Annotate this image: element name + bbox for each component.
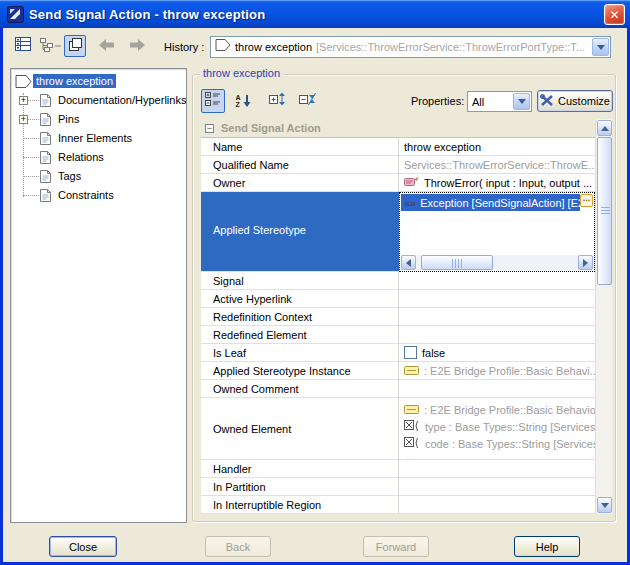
tree-connector-stub bbox=[23, 176, 39, 177]
window-title: Send Signal Action - throw exception bbox=[29, 7, 265, 22]
toolbar-separator bbox=[55, 45, 61, 47]
history-dropdown-arrow[interactable] bbox=[592, 38, 609, 56]
expand-plus-icon[interactable]: + bbox=[19, 115, 28, 124]
property-table: − Send Signal Action Name throw exceptio… bbox=[201, 119, 595, 514]
sort-az-icon: AZ bbox=[235, 94, 250, 108]
scroll-up-button[interactable] bbox=[597, 120, 612, 136]
document-icon bbox=[39, 188, 52, 205]
history-selected-item: throw exception bbox=[235, 41, 312, 53]
tree-item-label: Documentation/Hyperlinks bbox=[55, 93, 187, 107]
stereotype-hscrollbar[interactable] bbox=[401, 255, 593, 270]
expand-plus-icon[interactable]: + bbox=[19, 96, 28, 105]
property-row-owned-element[interactable]: Owned Element : E2E Bridge Profile::Basi… bbox=[201, 398, 595, 460]
owned-element-entry[interactable]: : E2E Bridge Profile::Basic Behaviour bbox=[404, 401, 595, 418]
stereotype-guillemets-icon: «» bbox=[404, 197, 416, 209]
hscrollbar-thumb[interactable] bbox=[421, 255, 493, 270]
history-selected-path: [Services::ThrowErrorService::ThrowError… bbox=[316, 41, 610, 53]
browse-stereotypes-button[interactable]: ... bbox=[580, 194, 593, 207]
collapse-minus-icon[interactable]: − bbox=[205, 124, 214, 133]
tree-item-label: Pins bbox=[55, 112, 82, 126]
tree-item-pins[interactable]: + Pins bbox=[11, 110, 186, 129]
property-row-owned-comment[interactable]: Owned Comment bbox=[201, 380, 595, 398]
property-row-redefined-element[interactable]: Redefined Element bbox=[201, 326, 595, 344]
history-dropdown[interactable]: throw exception [Services::ThrowErrorSer… bbox=[210, 36, 611, 58]
document-icon bbox=[39, 150, 52, 167]
cascade-windows-icon bbox=[68, 37, 83, 56]
send-signal-icon bbox=[215, 38, 231, 56]
property-row-redefinition-context[interactable]: Redefinition Context bbox=[201, 308, 595, 326]
collapse-all-icon bbox=[299, 92, 316, 110]
tree-item-constraints[interactable]: Constraints bbox=[11, 186, 186, 205]
owned-element-entry[interactable]: type : Base Types::String [Services: bbox=[404, 418, 595, 435]
document-icon bbox=[39, 131, 52, 148]
help-button[interactable]: Help bbox=[514, 536, 580, 557]
property-row-handler[interactable]: Handler bbox=[201, 460, 595, 478]
properties-dropdown-arrow[interactable] bbox=[513, 93, 530, 110]
is-leaf-checkbox[interactable] bbox=[404, 346, 417, 359]
property-row-in-interruptible-region[interactable]: In Interruptible Region bbox=[201, 496, 595, 514]
customize-button[interactable]: Customize bbox=[537, 90, 613, 112]
applied-stereotype-editor[interactable]: «» Exception [SendSignalAction] [E2 ... bbox=[399, 192, 595, 272]
tree-view-icon bbox=[39, 37, 55, 56]
chevron-right-icon bbox=[583, 259, 588, 267]
tree-item-label: Tags bbox=[55, 169, 84, 183]
tree-item-relations[interactable]: Relations bbox=[11, 148, 186, 167]
tree-item-throw-exception[interactable]: throw exception bbox=[11, 72, 186, 91]
properties-filter-value: All bbox=[472, 96, 484, 108]
table-vscrollbar[interactable] bbox=[595, 119, 612, 514]
tree-item-label: Inner Elements bbox=[55, 131, 135, 145]
document-icon bbox=[39, 93, 52, 110]
scroll-left-button[interactable] bbox=[401, 255, 416, 270]
owner-value[interactable]: ThrowError( input : Input, output ... bbox=[424, 177, 592, 189]
send-signal-icon bbox=[15, 74, 32, 91]
expand-all-button[interactable] bbox=[265, 89, 289, 113]
owned-element-entry[interactable]: code : Base Types::String [Services: bbox=[404, 436, 595, 453]
tree-item-documentation[interactable]: + Documentation/Hyperlinks bbox=[11, 91, 186, 110]
chevron-up-icon bbox=[601, 126, 609, 131]
property-row-active-hyperlink[interactable]: Active Hyperlink bbox=[201, 290, 595, 308]
properties-filter-label: Properties: bbox=[411, 95, 464, 107]
vscrollbar-thumb[interactable] bbox=[597, 137, 612, 285]
property-row-applied-stereotype[interactable]: Applied Stereotype «» Exception [SendSig… bbox=[201, 192, 595, 272]
forward-button: Forward bbox=[363, 536, 429, 557]
scroll-down-button[interactable] bbox=[597, 497, 612, 513]
property-row-owner[interactable]: Owner ThrowError( input : Input, output … bbox=[201, 174, 595, 192]
more-items-indicator: ... bbox=[406, 453, 415, 459]
sort-alphabetically-button[interactable]: AZ bbox=[231, 89, 255, 113]
properties-view-button[interactable] bbox=[12, 35, 34, 57]
stereotype-instance-value: : E2E Bridge Profile::Basic Behavi... bbox=[424, 365, 595, 377]
dialog-window: Send Signal Action - throw exception ✕ bbox=[0, 0, 630, 565]
document-icon bbox=[39, 169, 52, 186]
tree-item-inner-elements[interactable]: Inner Elements bbox=[11, 129, 186, 148]
operation-icon bbox=[404, 176, 419, 189]
property-row-in-partition[interactable]: In Partition bbox=[201, 478, 595, 496]
properties-filter-dropdown[interactable]: All bbox=[467, 91, 532, 112]
document-icon bbox=[39, 112, 52, 129]
scrollbar-grip bbox=[601, 207, 610, 215]
stereotype-entry-label: Exception [SendSignalAction] [E2 bbox=[420, 197, 580, 209]
tree-item-tags[interactable]: Tags bbox=[11, 167, 186, 186]
standard-mode-button[interactable] bbox=[64, 35, 86, 57]
stereotype-entry-selected[interactable]: «» Exception [SendSignalAction] [E2 bbox=[401, 194, 580, 211]
tree-item-label: Relations bbox=[55, 150, 107, 164]
property-row-applied-stereotype-instance[interactable]: Applied Stereotype Instance : E2E Bridge… bbox=[201, 362, 595, 380]
close-dialog-button[interactable]: Close bbox=[49, 536, 117, 557]
property-row-name[interactable]: Name throw exception bbox=[201, 138, 595, 156]
title-bar: Send Signal Action - throw exception ✕ bbox=[0, 0, 630, 28]
property-row-signal[interactable]: Signal bbox=[201, 272, 595, 290]
app-logo-icon bbox=[7, 6, 24, 23]
instance-icon bbox=[404, 404, 419, 416]
section-header-send-signal-action[interactable]: − Send Signal Action bbox=[201, 119, 595, 138]
property-row-is-leaf[interactable]: Is Leaf false bbox=[201, 344, 595, 362]
property-row-qualified-name[interactable]: Qualified Name Services::ThrowErrorServi… bbox=[201, 156, 595, 174]
scroll-right-button[interactable] bbox=[578, 255, 593, 270]
scrollbar-grip bbox=[452, 259, 462, 268]
tree-connector-stub bbox=[23, 157, 39, 158]
close-button[interactable]: ✕ bbox=[604, 4, 625, 25]
collapse-all-button[interactable] bbox=[295, 89, 319, 113]
forward-nav-button[interactable] bbox=[126, 35, 148, 57]
back-nav-button[interactable] bbox=[96, 35, 118, 57]
section-title: Send Signal Action bbox=[221, 122, 321, 134]
chevron-down-icon bbox=[597, 45, 605, 50]
categorized-view-button[interactable] bbox=[201, 89, 225, 113]
